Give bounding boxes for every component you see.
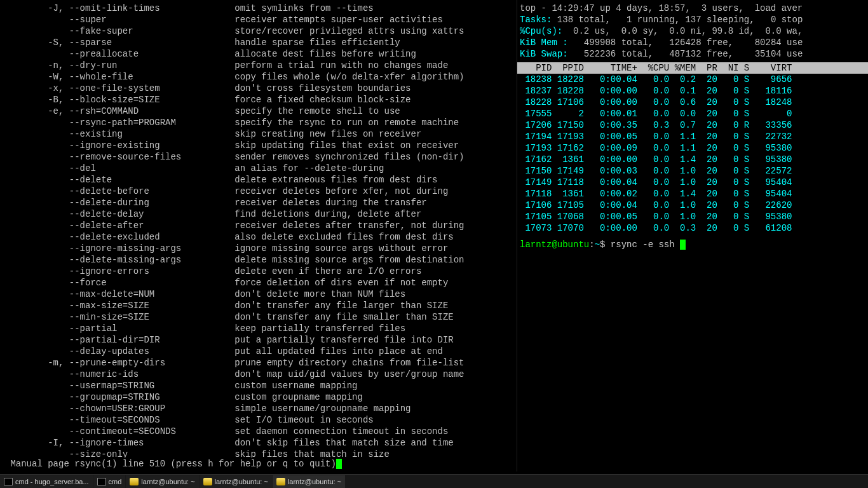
man-option-line: --max-delete=NUM don't delete more than …	[0, 288, 517, 300]
taskbar-item[interactable]: larntz@ubuntu: ~	[200, 475, 272, 488]
shell-cursor	[680, 240, 686, 250]
taskbar-item[interactable]: larntz@ubuntu: ~	[126, 475, 198, 488]
man-option-line: --rsync-path=PROGRAM specify the rsync t…	[0, 117, 517, 128]
taskbar-item-label: cmd	[109, 476, 122, 487]
cmd-icon	[4, 478, 13, 485]
man-status-bar: Manual page rsync(1) line 510 (press h f…	[0, 458, 517, 471]
taskbar[interactable]: cmd - hugo_server.ba...cmdlarntz@ubuntu:…	[0, 474, 868, 488]
man-option-line: --partial-dir=DIR put a partially transf…	[0, 334, 517, 346]
man-option-line: -I, --ignore-times don't skip files that…	[0, 437, 517, 449]
man-option-line: --super receiver attempts super-user act…	[0, 14, 517, 25]
man-option-line: --max-size=SIZE don't transfer any file …	[0, 300, 517, 311]
shell-prompt[interactable]: larntz@ubuntu:~$ rsync -e ssh	[517, 239, 868, 250]
top-tasks-line: Tasks: 138 total, 1 running, 137 sleepin…	[517, 14, 868, 25]
man-option-line: --delete-during receiver deletes during …	[0, 197, 517, 208]
man-option-line: --numeric-ids don't map uid/gid values b…	[0, 369, 517, 380]
process-row: 17118 1361 0:00.02 0.0 1.4 20 0 S 95404	[517, 188, 868, 200]
process-row: 17162 1361 0:00.00 0.0 1.4 20 0 S 95380	[517, 154, 868, 165]
process-row: 17149 17118 0:00.04 0.0 1.0 20 0 S 95404	[517, 177, 868, 188]
top-mem-line: KiB Mem : 499908 total, 126428 free, 802…	[517, 37, 868, 48]
process-row: 17194 17193 0:00.05 0.0 1.1 20 0 S 22732	[517, 131, 868, 142]
man-option-line: --ignore-missing-args ignore missing sou…	[0, 243, 517, 254]
process-row: 17150 17149 0:00.03 0.0 1.0 20 0 S 22572	[517, 165, 868, 177]
man-option-line: -e, --rsh=COMMAND specify the remote she…	[0, 105, 517, 117]
taskbar-item-label: larntz@ubuntu: ~	[215, 476, 268, 487]
man-option-line: --ignore-existing skip updating files th…	[0, 140, 517, 151]
process-row: 17073 17070 0:00.00 0.0 0.3 20 0 S 61208	[517, 222, 868, 234]
man-option-line: --groupmap=STRING custom groupname mappi…	[0, 391, 517, 403]
taskbar-item-label: larntz@ubuntu: ~	[288, 476, 341, 487]
man-option-line: --existing skip creating new files on re…	[0, 128, 517, 140]
process-row: 18238 18228 0:00.04 0.0 0.2 20 0 S 9656	[517, 74, 868, 85]
man-status-text: Manual page rsync(1) line 510 (press h f…	[5, 459, 336, 469]
process-row: 17206 17150 0:00.35 0.3 0.7 20 0 R 33356	[517, 119, 868, 131]
man-option-line: --fake-super store/recover privileged at…	[0, 25, 517, 37]
process-row: 17105 17068 0:00.05 0.0 1.0 20 0 S 95380	[517, 211, 868, 222]
taskbar-item-label: larntz@ubuntu: ~	[141, 476, 194, 487]
man-option-line: --remove-source-files sender removes syn…	[0, 151, 517, 163]
man-option-line: --partial keep partially transferred fil…	[0, 323, 517, 334]
top-summary-line: top - 14:29:47 up 4 days, 18:57, 3 users…	[517, 3, 868, 14]
man-option-line: --delete-missing-args delete missing sou…	[0, 254, 517, 266]
man-option-line: -W, --whole-file copy files whole (w/o d…	[0, 71, 517, 83]
man-option-line: --delete-before receiver deletes before …	[0, 186, 517, 197]
process-row: 17555 2 0:00.01 0.0 0.0 20 0 S 0	[517, 108, 868, 119]
man-option-line: --del an alias for --delete-during	[0, 163, 517, 174]
taskbar-item-label: cmd - hugo_server.ba...	[15, 476, 89, 487]
man-option-line: -n, --dry-run perform a trial run with n…	[0, 60, 517, 71]
man-option-line: --delete-after receiver deletes after tr…	[0, 220, 517, 231]
top-cpu-line: %Cpu(s): 0.2 us, 0.0 sy, 0.0 ni, 99.8 id…	[517, 25, 868, 37]
taskbar-item[interactable]: larntz@ubuntu: ~	[273, 475, 345, 488]
process-row: 17106 17105 0:00.04 0.0 1.0 20 0 S 22620	[517, 200, 868, 211]
taskbar-item[interactable]: cmd	[93, 475, 126, 488]
man-page-pane[interactable]: -J, --omit-link-times omit symlinks from…	[0, 0, 517, 471]
man-option-line: -B, --block-size=SIZE force a fixed chec…	[0, 94, 517, 105]
man-option-line: --delete delete extraneous files from de…	[0, 174, 517, 186]
man-option-line: --force force deletion of dirs even if n…	[0, 277, 517, 288]
man-option-line: --contimeout=SECONDS set daemon connecti…	[0, 426, 517, 437]
cmd-icon	[97, 478, 106, 485]
man-option-line: -S, --sparse handle sparse files efficie…	[0, 37, 517, 48]
man-option-line: --preallocate allocate dest files before…	[0, 48, 517, 60]
man-cursor	[336, 459, 342, 469]
man-option-line: -m, --prune-empty-dirs prune empty direc…	[0, 357, 517, 369]
terminal-screen: -J, --omit-link-times omit symlinks from…	[0, 0, 868, 471]
process-row: 18237 18228 0:00.00 0.0 0.1 20 0 S 18116	[517, 85, 868, 97]
man-option-line: --ignore-errors delete even if there are…	[0, 266, 517, 277]
top-process-header: PID PPID TIME+ %CPU %MEM PR NI S VIRT	[517, 62, 868, 74]
top-shell-pane[interactable]: top - 14:29:47 up 4 days, 18:57, 3 users…	[517, 0, 868, 471]
process-row: 17193 17162 0:00.09 0.0 1.1 20 0 S 95380	[517, 142, 868, 154]
man-option-line: --timeout=SECONDS set I/O timeout in sec…	[0, 414, 517, 426]
man-option-line: -J, --omit-link-times omit symlinks from…	[0, 3, 517, 14]
man-option-line: --usermap=STRING custom username mapping	[0, 380, 517, 391]
taskbar-item[interactable]: cmd - hugo_server.ba...	[0, 475, 93, 488]
putty-icon	[276, 478, 285, 485]
man-option-line: --delay-updates put all updated files in…	[0, 346, 517, 357]
putty-icon	[130, 478, 139, 485]
top-swap-line: KiB Swap: 522236 total, 487132 free, 351…	[517, 48, 868, 60]
man-option-line: --min-size=SIZE don't transfer any file …	[0, 311, 517, 323]
man-option-line: --delete-delay find deletions during, de…	[0, 208, 517, 220]
putty-icon	[203, 478, 212, 485]
man-option-line: -x, --one-file-system don't cross filesy…	[0, 83, 517, 94]
process-row: 18228 17106 0:00.00 0.0 0.6 20 0 S 18248	[517, 97, 868, 108]
man-option-line: --chown=USER:GROUP simple username/group…	[0, 403, 517, 414]
man-option-line: --delete-excluded also delete excluded f…	[0, 231, 517, 243]
